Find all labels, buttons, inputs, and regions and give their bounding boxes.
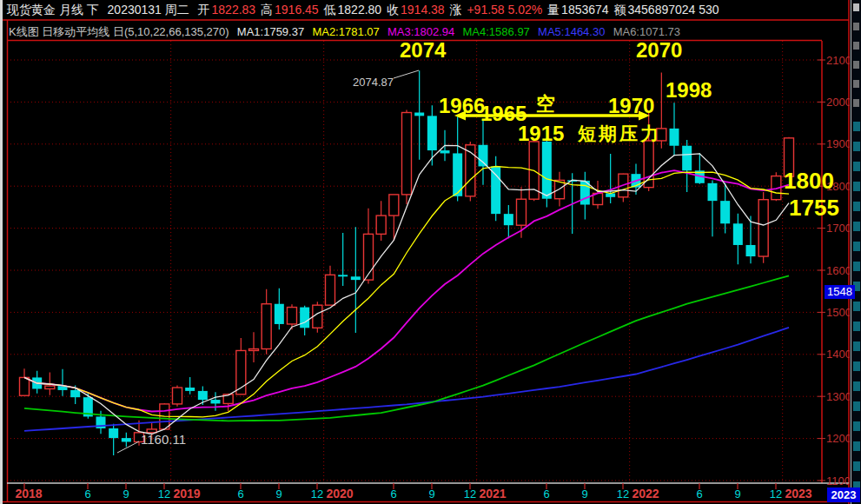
price-label: 1100 [826,474,851,487]
candle-down [440,150,450,153]
analysis-annotation: 2070 [636,38,682,62]
clipped-panel-glyph [853,42,859,50]
month-label: 12 [158,487,170,501]
ma-field: MA4:1586.97 [463,25,537,38]
quote-header: 现货黄金 月线 下 20230131 周二 开1822.83 高1916.45 … [7,3,721,18]
panel-tab-mark [853,381,860,391]
price-callout-label: 1160.11 [141,432,186,447]
panel-tab-mark [853,142,860,151]
panel-tab-mark [853,262,860,271]
candle-up [326,275,335,305]
panel-tab-mark [853,122,860,131]
candle-up [517,199,527,225]
year-label: 2023 [785,487,811,501]
panel-tab-mark [853,182,860,191]
ma-indicator-header: K线图 日移动平均线 日(5,10,22,66,135,270) MA1:175… [9,24,682,40]
month-label: 12 [617,487,629,501]
cursor-price-marker: 1548 [825,285,855,299]
quote-field: 收 [387,3,399,17]
analysis-annotation: 空 [536,93,555,115]
price-label: 1500 [826,306,851,319]
price-axis-labels: 2100200019001800170016001500140013001200… [818,54,851,487]
month-label: 6 [237,487,243,501]
panel-tab-mark [853,162,860,171]
candle-down [109,428,118,438]
quote-field: 开 [198,3,210,17]
clipped-panel-glyph [853,80,859,88]
candle-down [720,201,730,223]
candle-down [682,146,692,171]
quote-field: 1916.45 [275,3,322,17]
panel-tab-mark [853,202,860,211]
candle-down [351,276,361,280]
quote-field: 1914.38 [401,3,448,17]
month-label: 9 [428,487,434,501]
analysis-annotation: 1998 [666,78,712,102]
panel-tab-mark [853,302,860,311]
panel-tab-mark [853,342,860,351]
kline-chart-canvas[interactable]: 2100200019001800170016001500140013001200… [0,0,861,504]
ma-field: MA3:1802.94 [387,25,461,38]
analysis-annotation: 1915 [518,122,564,145]
candle-down [542,142,552,199]
ma-field: MA1:1759.37 [237,25,311,38]
candle-up [389,195,399,216]
candle-down [708,183,718,201]
quote-field: 涨 [450,3,466,17]
quote-field: 20230131 周二 [108,3,196,17]
candle-down [211,400,221,403]
candles [20,70,794,455]
candle-down [504,214,513,225]
ma4-line-66 [24,275,789,421]
quote-field: 3456897024 530 [628,3,719,17]
candle-up [262,304,271,349]
year-label: 2019 [173,487,200,501]
panel-edge-line [851,0,851,504]
candle-down [733,223,743,245]
ma-field: MA6:1071.73 [613,25,680,38]
year-label: 2020 [326,487,353,501]
panel-tab-mark [853,242,860,251]
month-label: 9 [275,487,281,501]
ma-field: K线图 日移动平均线 日(5,10,22,66,135,270) [9,25,235,38]
candle-up [758,200,768,256]
month-label: 12 [311,487,323,501]
candle-up [20,377,30,395]
price-label: 1900 [826,137,851,150]
candle-down [185,388,195,391]
candle-up [45,386,55,388]
quote-field: 1822.83 [212,3,260,17]
candle-down [122,438,131,441]
price-label: 2100 [826,54,851,67]
ma5-line-135 [24,328,789,431]
candle-down [479,145,488,167]
candle-down [427,116,437,150]
analysis-annotation: 1755 [789,195,839,221]
candle-down [198,391,208,400]
panel-tab-mark [853,441,860,451]
panel-tab-mark [853,401,860,411]
quote-field: 量 [547,3,560,17]
right-panel-edge[interactable] [850,0,861,504]
panel-tab-mark [853,222,860,231]
quote-field: 额 [614,3,626,17]
quote-field: 1822.80 [338,3,386,17]
year-label: 2021 [479,487,506,501]
frame-lines [3,0,861,504]
quote-field: 现货黄金 月线 下 [7,3,106,17]
analysis-annotation: 1970 [608,94,654,117]
candle-down [746,245,756,256]
clipped-panel-glyph [853,3,859,11]
clipped-panel-glyph [853,23,859,30]
month-label: 6 [84,487,90,501]
panel-tab-mark [853,421,860,431]
ma-field: MA2:1781.07 [312,25,386,38]
quote-field: 高 [261,3,273,17]
quote-field: 低 [324,3,336,17]
quote-field: 1853674 [561,3,612,17]
candle-down [275,304,284,324]
year-label: 2022 [632,487,659,501]
price-label: 1200 [826,432,851,445]
month-label: 6 [390,487,396,501]
month-label: 12 [770,487,782,501]
